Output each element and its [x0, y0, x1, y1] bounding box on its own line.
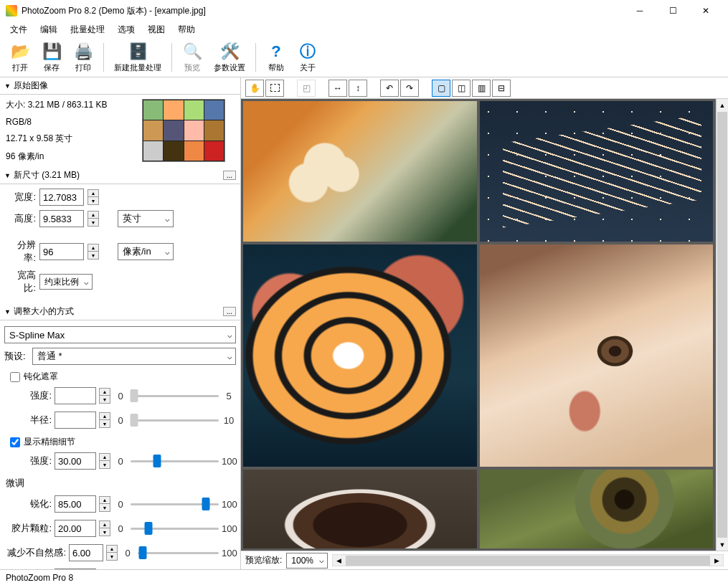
unsharp-radius-slider[interactable] [131, 414, 219, 427]
open-button[interactable]: 📂打开 [6, 40, 34, 75]
resolution-label: 分辨率: [6, 239, 36, 265]
preview-tile [480, 470, 714, 548]
scroll-thumb[interactable] [346, 556, 710, 566]
spinner[interactable]: ▲▼ [99, 453, 110, 469]
view-quad-button[interactable]: ⊟ [492, 80, 511, 97]
view-split-v-button[interactable]: ◫ [452, 80, 471, 97]
flip-h-button[interactable]: ↔ [328, 80, 347, 97]
view-split-h-button[interactable]: ▥ [472, 80, 491, 97]
width-spinner[interactable]: ▲▼ [88, 189, 99, 205]
grain-slider[interactable] [131, 522, 219, 535]
split-v-icon: ◫ [458, 83, 465, 93]
window-title: PhotoZoom Pro 8.2 (Demo 版本) - [example.j… [22, 5, 623, 17]
resolution-spinner[interactable]: ▲▼ [88, 244, 99, 260]
hand-icon: ✋ [250, 83, 260, 93]
canvas[interactable]: ▲ ▼ [241, 99, 728, 551]
unsharp-radius-input[interactable] [55, 412, 96, 429]
resolution-unit-combo[interactable]: 像素/in [118, 243, 174, 260]
help-button[interactable]: ?帮助 [262, 40, 290, 75]
artifact-slider[interactable] [138, 546, 219, 559]
thumbnail[interactable] [142, 99, 225, 162]
scroll-down-icon[interactable]: ▼ [717, 538, 728, 551]
spinner[interactable]: ▲▼ [99, 520, 110, 536]
unsharp-intensity-input[interactable] [55, 387, 96, 404]
scroll-thumb[interactable] [717, 112, 727, 538]
menu-view[interactable]: 视图 [142, 22, 171, 37]
aspect-combo[interactable]: 约束比例 [39, 274, 93, 290]
scroll-left-icon[interactable]: ◀ [333, 557, 345, 564]
save-button[interactable]: 💾保存 [37, 40, 66, 75]
aspect-label: 宽高比: [6, 269, 36, 295]
view-single-button[interactable]: ▢ [432, 80, 450, 97]
spinner[interactable]: ▲▼ [99, 412, 110, 428]
rotate-left-button[interactable]: ↶ [380, 80, 399, 97]
spinner[interactable]: ▲▼ [99, 388, 110, 404]
resolution-input[interactable] [39, 243, 84, 260]
detail-intensity-label: 强度: [7, 455, 52, 467]
save-icon: 💾 [42, 42, 62, 62]
options-button[interactable]: ... [223, 307, 236, 316]
scroll-up-icon[interactable]: ▲ [717, 99, 728, 111]
minimize-button[interactable]: ─ [623, 0, 656, 22]
crop-button[interactable]: ◰ [297, 80, 316, 97]
zoom-bar: 预览缩放: 100% ◀ ▶ [241, 551, 728, 569]
unsharp-checkbox[interactable] [10, 372, 20, 382]
folder-open-icon: 📂 [10, 42, 30, 62]
menu-edit[interactable]: 编辑 [34, 22, 63, 37]
menu-help[interactable]: 帮助 [172, 22, 201, 37]
fine-detail-checkbox[interactable] [10, 437, 20, 447]
original-info: 大小: 3.21 MB / 863.11 KB RGB/8 12.71 x 9.… [0, 95, 240, 167]
preview-button[interactable]: 🔍预览 [178, 40, 207, 75]
menu-file[interactable]: 文件 [4, 22, 33, 37]
original-size: 大小: 3.21 MB / 863.11 KB [6, 99, 142, 111]
menu-batch[interactable]: 批量处理 [65, 22, 110, 37]
grain-input[interactable] [55, 520, 96, 537]
close-button[interactable]: ✕ [689, 0, 722, 22]
artifact-input[interactable] [69, 544, 103, 561]
vertical-scrollbar[interactable]: ▲ ▼ [716, 99, 728, 551]
options-button[interactable]: ... [223, 171, 236, 180]
zoom-label: 预览缩放: [245, 554, 282, 566]
spinner[interactable]: ▲▼ [106, 545, 118, 561]
sharpen-slider[interactable] [131, 498, 219, 510]
flip-v-button[interactable]: ↕ [349, 80, 367, 97]
horizontal-scrollbar[interactable]: ◀ ▶ [332, 554, 724, 566]
section-original-header[interactable]: ▼ 原始图像 [0, 77, 240, 95]
marquee-tool-button[interactable] [265, 80, 284, 97]
width-label: 宽度: [6, 191, 36, 204]
chevron-down-icon: ▼ [4, 82, 11, 90]
sharpen-input[interactable] [55, 495, 96, 513]
main-view: ✋ ◰ ↔ ↕ ↶ ↷ ▢ ◫ ▥ ⊟ [241, 77, 728, 569]
sidebar: ▼ 原始图像 大小: 3.21 MB / 863.11 KB RGB/8 12.… [0, 77, 241, 569]
detail-intensity-slider[interactable] [131, 455, 219, 467]
app-icon [6, 5, 17, 16]
about-button[interactable]: ⓘ关于 [293, 40, 322, 75]
new-batch-button[interactable]: 🗄️新建批量处理 [110, 40, 166, 75]
print-button[interactable]: 🖨️打印 [69, 40, 98, 75]
zoom-combo[interactable]: 100% [286, 553, 328, 569]
separator [171, 43, 172, 72]
section-newsize-header[interactable]: ▼ 新尺寸 (3.21 MB) ... [0, 167, 240, 184]
height-input[interactable] [39, 210, 84, 227]
hand-tool-button[interactable]: ✋ [245, 80, 264, 97]
unit-combo[interactable]: 英寸 [118, 210, 174, 227]
scroll-right-icon[interactable]: ▶ [711, 557, 723, 564]
statusbar: PhotoZoom Pro 8 [0, 569, 728, 585]
method-combo[interactable]: S-Spline Max [4, 326, 236, 343]
maximize-button[interactable]: ☐ [656, 0, 689, 22]
menu-options[interactable]: 选项 [112, 22, 141, 37]
help-icon: ? [266, 42, 286, 62]
params-button[interactable]: 🛠️参数设置 [209, 40, 250, 75]
unsharp-intensity-slider[interactable] [131, 389, 219, 402]
spinner[interactable]: ▲▼ [99, 496, 110, 512]
height-spinner[interactable]: ▲▼ [88, 211, 99, 227]
original-dimensions: 12.71 x 9.58 英寸 [6, 133, 142, 145]
section-resize-header[interactable]: ▼ 调整大小的方式 ... [0, 303, 240, 320]
width-input[interactable] [39, 189, 84, 206]
resize-body: S-Spline Max 预设: 普通 * 钝化遮罩 强度: ▲▼ 0 5 半径… [0, 320, 240, 569]
rotate-right-button[interactable]: ↷ [400, 80, 419, 97]
preview-tile [480, 101, 714, 242]
detail-intensity-input[interactable] [55, 452, 96, 470]
preset-combo[interactable]: 普通 * [32, 348, 236, 365]
image-preview [241, 99, 715, 551]
